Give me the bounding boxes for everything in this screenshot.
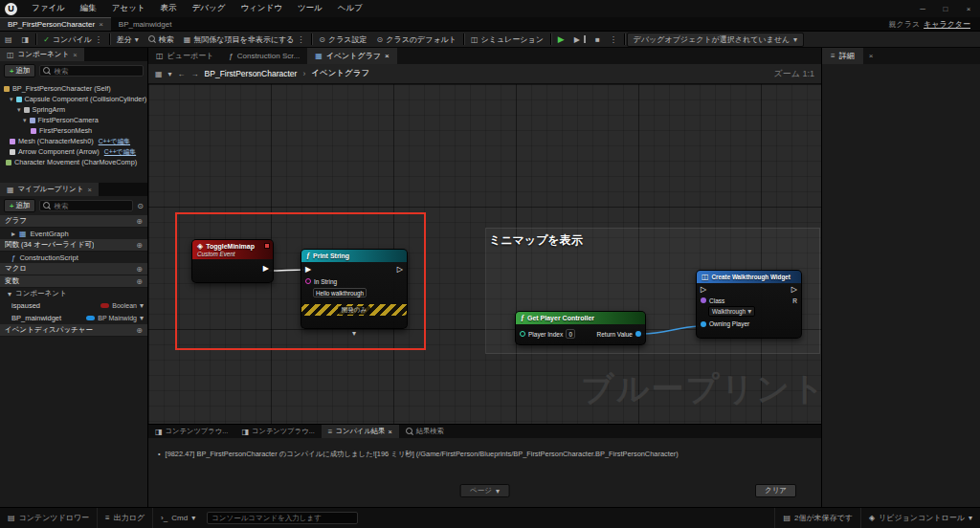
exec-out-pin[interactable]: ▶ [263, 265, 269, 273]
add-function-icon[interactable]: ⊕ [136, 241, 143, 250]
node-print-string[interactable]: ƒ Print String ▶ ▷ In String Hello walkt… [301, 249, 408, 329]
variable-ispaused[interactable]: ispaused Boolean ▾ [0, 299, 147, 312]
breadcrumb-root[interactable]: BP_FirstPersonCharacter [205, 69, 298, 78]
menu-help[interactable]: ヘルプ [330, 3, 370, 14]
close-icon[interactable]: × [87, 186, 91, 194]
add-macro-icon[interactable]: ⊕ [136, 265, 143, 274]
log-line[interactable]: [9822.47] BP_FirstPersonCharacter のコンパイル… [166, 450, 679, 459]
class-pin[interactable] [701, 297, 706, 303]
close-icon[interactable]: × [957, 5, 980, 13]
menu-file[interactable]: ファイル [24, 3, 73, 14]
event-graph-canvas[interactable]: ミニマップを表示 ◈ToggleMinimap Custom Event ▶ [148, 84, 821, 424]
edit-cpp-link[interactable]: C++で編集 [104, 147, 136, 157]
tree-row[interactable]: ▾SpringArm [0, 104, 147, 115]
console-input[interactable] [212, 514, 353, 522]
menu-debug[interactable]: デバッグ [185, 3, 234, 14]
tree-row[interactable]: ▾FirstPersonCamera [0, 115, 147, 125]
tree-row[interactable]: BP_FirstPersonCharacter (Self) [0, 83, 147, 94]
edit-cpp-link[interactable]: C++で編集 [99, 137, 130, 146]
node-get-player-controller[interactable]: ƒ Get Player Controller Player Index 0 R… [515, 311, 646, 345]
node-header[interactable]: ƒ Print String [301, 250, 407, 262]
forward-icon[interactable]: → [191, 70, 199, 78]
compile-button[interactable]: ✓ コンパイル ⋮ [38, 32, 107, 47]
chevron-down-icon[interactable]: ▾ [168, 70, 172, 78]
node-create-widget[interactable]: ◫ Create Walkthrough Widget ▷ ▷ Class R … [696, 270, 802, 339]
tab-construction-script[interactable]: ƒ Construction Scr... [221, 48, 307, 64]
item-constructionscript[interactable]: ƒ ConstructionScript [0, 252, 147, 263]
tree-row[interactable]: Arrow Component (Arrow)C++で編集 [0, 146, 147, 157]
section-variables[interactable]: 変数 ⊕ [0, 275, 147, 288]
chevron-down-icon[interactable]: ▾ [140, 314, 144, 322]
comment-title[interactable]: ミニマップを表示 [489, 232, 583, 249]
gear-icon[interactable]: ⊙ [137, 202, 144, 210]
tab-compile-results[interactable]: ≡ コンパイル結果 × [322, 425, 399, 438]
menu-asset[interactable]: アセット [104, 3, 153, 14]
content-drawer-button[interactable]: ▤ コンテンツドロワー [0, 508, 98, 528]
player-index-input[interactable]: 0 [566, 329, 575, 339]
tree-row[interactable]: FirstPersonMesh [0, 125, 147, 136]
menu-view[interactable]: 表示 [153, 3, 185, 14]
object-out-pin[interactable] [635, 331, 641, 337]
menu-window[interactable]: ウィンドウ [233, 3, 290, 14]
owning-player-pin[interactable] [701, 321, 706, 327]
class-defaults-button[interactable]: ⊙ クラスのデフォルト [372, 32, 461, 47]
find-button[interactable]: 検索 [144, 32, 179, 47]
variable-bp-mainwidget[interactable]: BP_mainwidget BP Mainwidg ▾ [0, 312, 147, 324]
caret-right-icon[interactable]: ▸ [11, 230, 15, 238]
simulation-button[interactable]: ◫ シミュレーション [466, 32, 548, 47]
caret-icon[interactable]: ▾ [23, 117, 27, 124]
output-log-button[interactable]: ≡ 出力ログ [98, 508, 153, 528]
maximize-icon[interactable]: □ [934, 5, 957, 13]
close-icon[interactable]: × [73, 51, 77, 59]
exec-in-pin[interactable]: ▶ [305, 266, 311, 274]
debug-object-dropdown[interactable]: デバッグオブジェクトが選択されていません ▾ [627, 33, 804, 47]
section-event-dispatchers[interactable]: イベントディスパッチャー ⊕ [0, 324, 147, 337]
class-dropdown[interactable]: Walkthrough ▾ [708, 306, 755, 317]
menu-edit[interactable]: 編集 [73, 3, 104, 14]
play-options-button[interactable]: ⋮ [605, 32, 622, 47]
string-pin[interactable] [305, 278, 311, 284]
close-icon[interactable]: × [99, 20, 103, 29]
chevron-down-icon[interactable]: ▾ [140, 301, 144, 310]
node-toggle-minimap[interactable]: ◈ToggleMinimap Custom Event ▶ [191, 239, 274, 283]
section-graphs[interactable]: グラフ ⊕ [0, 215, 147, 228]
tab-find-results[interactable]: 結果検索 [399, 425, 451, 438]
tab-event-graph[interactable]: ▦ イベントグラフ × [307, 48, 397, 64]
exec-in-pin[interactable]: ▷ [701, 286, 706, 294]
add-graph-icon[interactable]: ⊕ [136, 217, 143, 226]
tree-row[interactable]: Mesh (CharacterMesh0)C++で編集 [0, 136, 147, 146]
close-icon[interactable]: × [863, 48, 880, 64]
tab-details[interactable]: ≡ 詳細 [822, 48, 863, 64]
tab-content-browser-2[interactable]: ◨ コンテンツブラウ... [234, 425, 321, 438]
diff-button[interactable]: 差分 ▾ [112, 32, 144, 47]
tab-my-blueprint[interactable]: ▦ マイブループリント × [0, 183, 99, 196]
graph-menu-icon[interactable]: ▦ [155, 70, 163, 78]
clear-button[interactable]: クリア [755, 484, 796, 497]
minimize-icon[interactable]: ─ [911, 5, 934, 13]
category-components[interactable]: ▾ コンポーネント [0, 288, 147, 299]
parent-class-link[interactable]: キャラクター [924, 19, 970, 30]
tab-bp-firstpersoncharacter[interactable]: BP_FirstPersonCharacter × [0, 17, 111, 31]
back-icon[interactable]: ← [178, 70, 186, 78]
expand-pins-icon[interactable]: ▾ [352, 329, 356, 338]
delegate-pin[interactable] [264, 243, 270, 249]
tree-row[interactable]: Character Movement (CharMoveComp) [0, 157, 147, 167]
tab-components[interactable]: ◫ コンポーネント × [0, 48, 84, 61]
tab-viewport[interactable]: ◫ ビューポート [148, 48, 221, 64]
close-icon[interactable]: × [385, 52, 390, 60]
myblueprint-search-input[interactable] [54, 202, 129, 210]
tab-bp-mainwidget[interactable]: BP_mainwidget [111, 17, 180, 31]
frame-skip-button[interactable]: ▶ [569, 32, 590, 47]
caret-icon[interactable]: ▾ [10, 96, 13, 103]
section-functions[interactable]: 関数 (34 オーバーライド可) ⊕ [0, 239, 147, 252]
section-macros[interactable]: マクロ ⊕ [0, 263, 147, 275]
hide-unrelated-button[interactable]: ▦ 無関係な項目を非表示にする ⋮ [179, 32, 310, 47]
exec-out-pin[interactable]: ▷ [397, 266, 403, 274]
add-component-button[interactable]: + 追加 [4, 64, 35, 77]
close-icon[interactable]: × [388, 428, 391, 436]
components-search-input[interactable] [54, 67, 140, 76]
revision-control-button[interactable]: ◈ リビジョンコントロール ▾ [860, 508, 980, 528]
tree-row[interactable]: ▾Capsule Component (CollisionCylinder) [0, 94, 147, 104]
add-myblueprint-button[interactable]: + 追加 [4, 199, 35, 212]
exec-out-pin[interactable]: ▷ [791, 286, 797, 294]
